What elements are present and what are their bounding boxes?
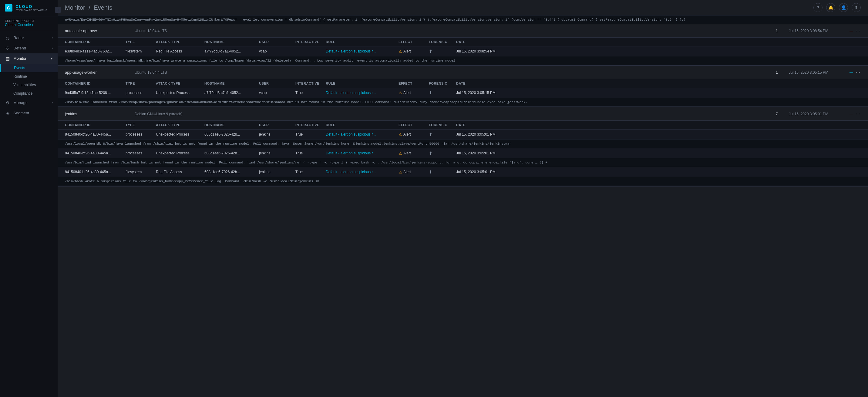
sidebar-item-monitor[interactable]: ▤ Monitor ∨ <box>0 53 58 64</box>
cell-hostname: 608c1ae6-7026-42b... <box>205 170 259 174</box>
pin-button-autoscale[interactable]: — <box>849 29 853 33</box>
cell-hostname: a7f79dd3-c7a1-4052... <box>205 91 259 95</box>
col-user: User <box>259 123 296 127</box>
topbar-icons: ? 🔔 👤 ⬆ <box>813 3 861 12</box>
group-count-jenkins: 7 <box>765 112 789 116</box>
defend-icon: 🛡 <box>5 46 10 51</box>
pin-button-app-usage-worker[interactable]: — <box>849 70 853 74</box>
alert-icon: ⚠ <box>399 151 402 156</box>
cell-user: vcap <box>259 91 296 95</box>
forensic-icon[interactable]: ⬆ <box>429 132 432 137</box>
sidebar-item-compliance[interactable]: Compliance <box>0 89 58 98</box>
more-button-autoscale[interactable]: ⋯ <box>856 28 861 34</box>
alert-badge: ⚠ Alert <box>399 91 411 95</box>
help-button[interactable]: ? <box>813 3 823 12</box>
group-date-jenkins: Jul 15, 2020 3:05:01 PM <box>789 112 849 116</box>
sidebar-item-manage[interactable]: ⚙ Manage › <box>0 98 58 108</box>
cell-rule[interactable]: Default - alert on suspicious r... <box>326 91 399 95</box>
col-effect: Effect <box>399 123 429 127</box>
cell-rule[interactable]: Default - alert on suspicious r... <box>326 151 399 155</box>
sidebar-item-segment-label: Segment <box>13 111 29 115</box>
group-date-app-usage-worker: Jul 15, 2020 3:05:15 PM <box>789 70 849 74</box>
group-count-app-usage-worker: 1 <box>765 70 789 74</box>
col-hostname: Hostname <box>205 40 259 44</box>
forensic-icon[interactable]: ⬆ <box>429 90 432 95</box>
chevron-down-icon: › <box>52 47 53 50</box>
col-rule: Rule <box>326 40 399 44</box>
page-title: Monitor / Events <box>65 4 113 11</box>
alert-icon: ⚠ <box>399 132 402 137</box>
monitor-icon: ▤ <box>5 56 10 61</box>
user-button[interactable]: 👤 <box>839 3 848 12</box>
col-hostname: Hostname <box>205 123 259 127</box>
forensic-icon[interactable]: ⬆ <box>429 170 432 174</box>
sidebar-item-defend-label: Defend <box>13 46 26 50</box>
detail-row-0-0[interactable]: e39b94d3-a111-4ac3-7602... filesystem Re… <box>58 47 868 56</box>
alert-badge: ⚠ Alert <box>399 170 411 174</box>
alert-text: Alert <box>403 49 411 53</box>
cell-rule[interactable]: Default - alert on suspicious r... <box>326 132 399 136</box>
alert-badge: ⚠ Alert <box>399 151 411 156</box>
group-os-autoscale: Ubuntu 18.04.4 LTS <box>135 29 220 33</box>
logo-text: CLOUD <box>16 4 47 9</box>
cell-date: Jul 15, 2020 3:05:01 PM <box>456 132 861 136</box>
cell-date: Jul 15, 2020 3:08:54 PM <box>456 49 861 53</box>
sidebar-item-runtime[interactable]: Runtime <box>0 72 58 81</box>
group-row-jenkins[interactable]: jenkins Debian GNU/Linux 9 (stretch) 7 J… <box>58 108 868 121</box>
chevron-down-icon: ∨ <box>51 57 53 60</box>
col-type: Type <box>126 82 156 85</box>
notifications-button[interactable]: 🔔 <box>826 3 835 12</box>
detail-header-jenkins: Container ID Type Attack Type Hostname U… <box>58 121 868 129</box>
detail-row-2-0[interactable]: 84150840-bf26-4a30-445a... processes Une… <box>58 129 868 140</box>
cell-attack-type: Unexpected Process <box>156 151 205 155</box>
topbar: Monitor / Events ? 🔔 👤 ⬆ <box>58 0 868 16</box>
group-row-autoscale[interactable]: autoscale-api-new Ubuntu 18.04.4 LTS 1 J… <box>58 24 868 38</box>
more-button-jenkins[interactable]: ⋯ <box>856 111 861 117</box>
cell-user: jenkins <box>259 151 296 155</box>
more-button-app-usage-worker[interactable]: ⋯ <box>856 69 861 75</box>
sidebar-item-monitor-label: Monitor <box>13 56 26 61</box>
alert-badge: ⚠ Alert <box>399 132 411 137</box>
cell-date: Jul 15, 2020 3:05:01 PM <box>456 170 861 174</box>
col-container-id: Container ID <box>65 123 126 127</box>
alert-icon: ⚠ <box>399 49 402 54</box>
cell-type: processes <box>126 151 156 155</box>
group-os-app-usage-worker: Ubuntu 18.04.4 LTS <box>135 70 220 74</box>
pin-button-jenkins[interactable]: — <box>849 112 853 116</box>
project-name-link[interactable]: Central Console <box>5 23 53 27</box>
col-rule: Rule <box>326 123 399 127</box>
group-count-autoscale: 1 <box>765 29 789 33</box>
col-user: User <box>259 40 296 44</box>
group-date-autoscale: Jul 15, 2020 3:08:54 PM <box>789 29 849 33</box>
detail-row-1-0[interactable]: 9ad3f5a7-9f12-41ae-5208-... processes Un… <box>58 88 868 98</box>
sidebar-item-vulnerabilities[interactable]: Vulnerabilities <box>0 81 58 89</box>
sidebar-item-radar[interactable]: ◎ Radar › <box>0 33 58 43</box>
cell-interactive: True <box>296 91 326 95</box>
col-interactive: Interactive <box>296 40 326 44</box>
forensic-icon[interactable]: ⬆ <box>429 49 432 54</box>
cell-hostname: 608c1ae6-7026-42b... <box>205 132 259 136</box>
group-actions-app-usage-worker: — ⋯ <box>849 69 861 75</box>
cell-effect: ⚠ Alert <box>399 91 429 95</box>
cell-forensic: ⬆ <box>429 49 456 54</box>
cell-attack-type: Unexpected Process <box>156 91 205 95</box>
detail-row-2-2[interactable]: 84150840-bf26-4a30-445a... filesystem Re… <box>58 167 868 177</box>
group-actions-autoscale: — ⋯ <box>849 28 861 34</box>
group-row-app-usage-worker[interactable]: app-usage-worker Ubuntu 18.04.4 LTS 1 Ju… <box>58 66 868 79</box>
cell-user: jenkins <box>259 132 296 136</box>
cell-rule[interactable]: Default - alert on suspicious r... <box>326 49 399 53</box>
sidebar-item-defend[interactable]: 🛡 Defend › <box>0 43 58 53</box>
forensic-icon[interactable]: ⬆ <box>429 151 432 156</box>
col-forensic: Forensic <box>429 82 456 85</box>
detail-row-2-1[interactable]: 84150840-bf26-4a30-445a... processes Une… <box>58 148 868 158</box>
col-date: Date <box>456 40 861 44</box>
share-button[interactable]: ⬆ <box>851 3 861 12</box>
chevron-down-icon: › <box>52 101 53 104</box>
sidebar-item-events[interactable]: Events <box>0 64 58 72</box>
sidebar-item-segment[interactable]: ◈ Segment <box>0 108 58 118</box>
sidebar: C CLOUD BY PALO ALTO NETWORKS ‹ Current … <box>0 0 58 397</box>
sidebar-collapse-button[interactable]: ‹ <box>55 7 61 13</box>
col-container-id: Container ID <box>65 40 126 44</box>
cell-rule[interactable]: Default - alert on suspicious r... <box>326 170 399 174</box>
group-name-jenkins: jenkins <box>65 112 135 116</box>
